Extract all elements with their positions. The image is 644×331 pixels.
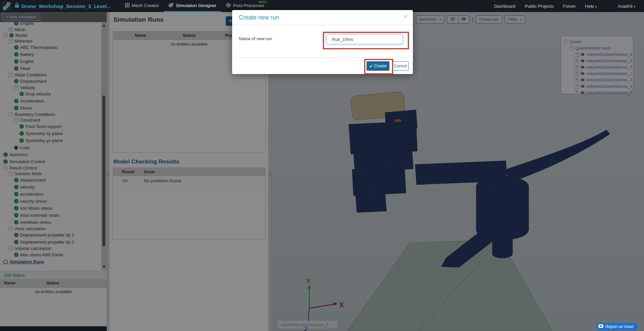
run-name-label: Name of new run [239,36,272,41]
dialog-title: Create new run [239,14,279,21]
dialog-footer: ✔ Create Cancel [232,57,413,74]
tab-label: Post-Processor [233,3,264,8]
report-issue-button[interactable]: Report an issue [596,323,638,330]
run-name-input[interactable] [326,34,403,44]
tab-label: Simulation Designer [176,3,216,8]
simscale-logo-icon[interactable] [2,1,11,11]
caret-down-icon: ▾ [634,5,635,8]
camera-icon [598,324,603,329]
create-run-dialog: Create new run × Name of new run ✔ Creat… [232,10,413,74]
user-menu[interactable]: AsadAli▾ [618,4,635,9]
dialog-body: Name of new run [232,25,413,57]
project-title[interactable]: Drone_Workshop_Session_3_Level... [21,3,111,9]
forum-link[interactable]: Forum [563,4,576,9]
cancel-button[interactable]: Cancel [392,61,409,71]
help-menu[interactable]: Help▾ [585,4,597,9]
dialog-header: Create new run × [232,10,413,25]
header-links: Dashboard Public Projects Forum Help▾ As… [494,4,635,9]
dashboard-link[interactable]: Dashboard [494,4,516,9]
grid-icon [125,3,129,8]
check-icon: ✔ [369,64,373,69]
gears-icon [168,3,173,9]
project-info: Drone_Workshop_Session_3_Level... [15,3,111,9]
caret-down-icon: ▾ [595,5,597,8]
create-button[interactable]: ✔ Create [367,61,389,71]
beta-badge: BETA [259,0,267,4]
gear-icon [226,3,231,9]
simscale-workbench: { "header": { "project_title": "Drone_Wo… [0,0,644,331]
close-icon[interactable]: × [404,13,408,20]
public-projects-link[interactable]: Public Projects [525,4,554,9]
tab-mesh-creator[interactable]: Mesh Creator [120,0,164,12]
lock-icon [15,3,19,9]
tab-simulation-designer[interactable]: Simulation Designer [164,0,221,12]
tab-label: Mesh Creator [132,3,159,8]
